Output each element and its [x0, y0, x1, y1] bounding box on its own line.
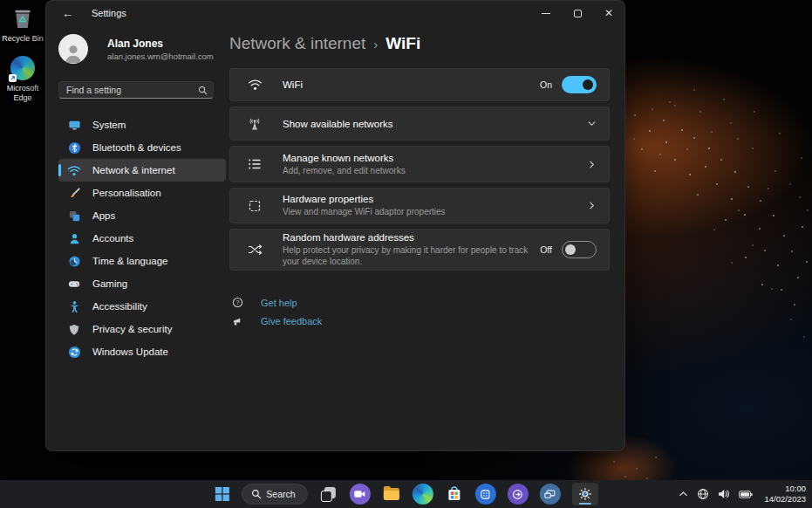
wifi-toggle-row[interactable]: WiFi On	[229, 68, 610, 101]
store-button[interactable]	[445, 484, 464, 504]
random-hardware-addresses-toggle[interactable]	[562, 241, 597, 258]
desktop-icon-recycle-bin[interactable]: Recycle Bin	[2, 5, 44, 43]
settings-search-box[interactable]	[58, 81, 214, 99]
windows-logo-icon	[214, 486, 229, 502]
minimize-button[interactable]	[530, 1, 562, 25]
desktop-icon-microsoft-edge[interactable]: Microsoft Edge	[2, 55, 44, 102]
minimize-icon	[542, 13, 550, 14]
tray-date: 14/02/2023	[764, 494, 806, 505]
row-subtitle: Help protect your privacy by making it h…	[283, 244, 529, 267]
window-controls: ✕	[530, 1, 624, 25]
back-button[interactable]: ←	[62, 8, 74, 19]
store-icon	[446, 485, 463, 503]
sidebar-item-network-internet[interactable]: Network & internet	[58, 159, 226, 182]
task-view-button[interactable]	[319, 484, 338, 504]
windows-update-icon	[67, 345, 81, 359]
volume-icon[interactable]	[718, 489, 730, 499]
desktop: Recycle Bin Microsoft Edge ← Settings ✕	[0, 0, 812, 508]
sidebar-item-gaming[interactable]: Gaming	[58, 272, 226, 295]
close-button[interactable]: ✕	[593, 1, 624, 25]
chevron-right-icon	[587, 160, 597, 169]
start-button[interactable]	[214, 486, 229, 502]
sidebar-item-bluetooth-devices[interactable]: Bluetooth & devices	[58, 136, 226, 159]
sidebar-item-personalisation[interactable]: Personalisation	[58, 182, 226, 204]
antenna-icon	[248, 117, 283, 131]
shortcut-arrow-icon	[9, 74, 17, 82]
gear-icon	[578, 487, 592, 501]
file-explorer-button[interactable]	[382, 484, 401, 504]
sidebar-item-label: Accounts	[92, 233, 133, 244]
toggle-knob	[565, 244, 576, 255]
manage-known-networks-row[interactable]: Manage known networks Add, remove, and e…	[229, 146, 610, 182]
gaming-icon	[67, 277, 81, 291]
get-help-link[interactable]: ? Get help	[229, 293, 610, 312]
screen-connect-button[interactable]	[540, 484, 561, 505]
sidebar-item-label: Accessibility	[92, 301, 147, 312]
chevron-right-icon	[587, 201, 597, 210]
wifi-icon	[67, 163, 81, 177]
settings-sidebar: Alan Jones alan.jones.wm@hotmail.com Sys…	[46, 25, 229, 451]
edge-icon	[10, 55, 36, 81]
user-name: Alan Jones	[107, 38, 214, 50]
show-available-networks-row[interactable]: Show available networks	[229, 106, 610, 141]
account-profile[interactable]: Alan Jones alan.jones.wm@hotmail.com	[58, 34, 229, 64]
row-title: Random hardware addresses	[283, 232, 529, 243]
toggle-state-label: On	[540, 79, 552, 90]
sidebar-item-label: Gaming	[92, 278, 127, 289]
row-subtitle: View and manage WiFi adaptor properties	[283, 206, 562, 217]
sidebar-item-time-language[interactable]: Time & language	[58, 250, 226, 272]
tray-time: 10:00	[764, 484, 806, 494]
chip-icon	[248, 199, 283, 213]
titlebar[interactable]: ← Settings ✕	[46, 1, 624, 25]
recycle-bin-icon	[10, 5, 36, 31]
link-label: Give feedback	[261, 316, 322, 326]
edge-button[interactable]	[413, 484, 433, 505]
tray-chevron-up-icon[interactable]	[679, 491, 688, 498]
chevron-down-icon	[587, 119, 597, 128]
sidebar-item-label: Time & language	[92, 256, 168, 266]
close-icon: ✕	[604, 7, 613, 19]
app-grid-button[interactable]	[475, 484, 496, 505]
clock[interactable]: 10:00 14/02/2023	[764, 484, 806, 505]
sidebar-item-system[interactable]: System	[58, 113, 226, 136]
sidebar-item-privacy-security[interactable]: Privacy & security	[58, 318, 226, 340]
random-hardware-addresses-row[interactable]: Random hardware addresses Help protect y…	[229, 229, 610, 271]
chat-app-button[interactable]	[350, 484, 371, 505]
system-icon	[67, 118, 81, 132]
feedback-icon	[229, 316, 261, 326]
settings-app-button-active[interactable]	[572, 483, 598, 505]
sidebar-item-apps[interactable]: Apps	[58, 204, 226, 227]
search-icon	[250, 489, 261, 499]
settings-cards: WiFi On Show available networks	[229, 68, 610, 271]
network-globe-icon[interactable]	[697, 488, 709, 500]
app-grid-icon	[481, 490, 490, 499]
toggle-knob	[583, 79, 593, 90]
give-feedback-link[interactable]: Give feedback	[229, 312, 610, 330]
row-title: WiFi	[283, 79, 529, 90]
sidebar-item-label: Bluetooth & devices	[92, 142, 181, 153]
hardware-properties-row[interactable]: Hardware properties View and manage WiFi…	[229, 188, 610, 223]
search-input[interactable]	[66, 85, 198, 95]
time-language-icon	[67, 254, 81, 268]
page-title: WiFi	[386, 34, 420, 53]
sidebar-item-accessibility[interactable]: Accessibility	[58, 295, 226, 318]
breadcrumb-chevron-icon: ›	[373, 37, 378, 51]
file-explorer-icon-front	[384, 491, 399, 500]
video-camera-icon	[354, 490, 365, 498]
help-links: ? Get help Give feedback	[229, 293, 610, 330]
help-icon: ?	[229, 297, 261, 308]
wifi-toggle[interactable]	[562, 76, 597, 93]
sidebar-nav: System Bluetooth & devices Network & int…	[58, 113, 229, 363]
microsoft-365-button[interactable]	[508, 484, 529, 505]
breadcrumb-parent[interactable]: Network & internet	[229, 34, 365, 53]
battery-icon[interactable]	[739, 491, 753, 498]
sidebar-item-windows-update[interactable]: Windows Update	[58, 340, 226, 363]
sidebar-item-label: Network & internet	[92, 165, 175, 175]
taskbar: Search	[0, 480, 812, 508]
apps-icon	[67, 209, 81, 223]
taskbar-search[interactable]: Search	[241, 484, 307, 505]
maximize-button[interactable]	[562, 1, 593, 25]
sidebar-item-label: Privacy & security	[92, 324, 172, 334]
sidebar-item-accounts[interactable]: Accounts	[58, 227, 226, 250]
wifi-icon	[248, 79, 283, 91]
